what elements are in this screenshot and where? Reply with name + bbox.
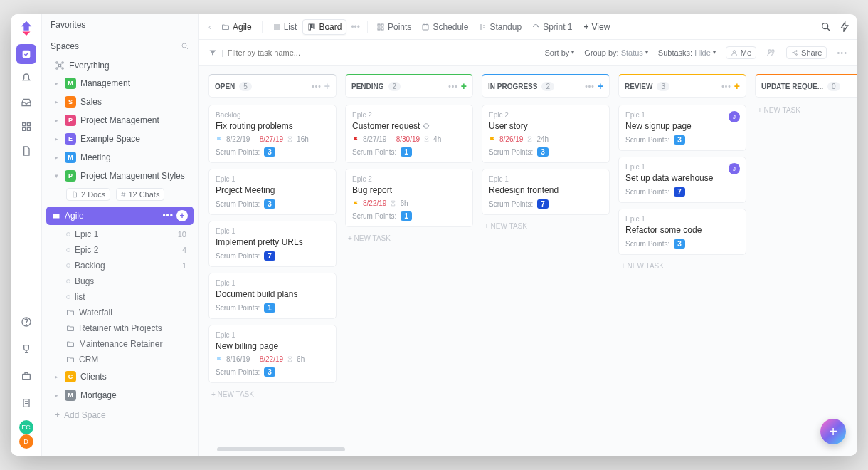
- view-more-icon[interactable]: •••: [348, 22, 363, 32]
- rail-trophy-icon[interactable]: [16, 339, 36, 359]
- svg-point-12: [62, 62, 63, 63]
- share-button[interactable]: Share: [786, 46, 827, 59]
- space-item[interactable]: ▾PProject Management Styles: [42, 167, 198, 185]
- agile-folder[interactable]: Agile ••• +: [46, 207, 194, 225]
- group-by-button[interactable]: Group by: Status ▾: [584, 48, 648, 57]
- chevron-icon: ▸: [55, 117, 60, 124]
- user-avatar[interactable]: D: [19, 434, 33, 449]
- collapse-sidebar-icon[interactable]: ‹: [206, 22, 214, 32]
- column-add-icon[interactable]: +: [734, 80, 740, 92]
- new-task-button[interactable]: + NEW TASK: [618, 261, 746, 271]
- space-badge: S: [65, 96, 76, 108]
- task-card[interactable]: Epic 1Refactor some codeScrum Points:3: [618, 209, 746, 255]
- task-card[interactable]: JEpic 1Set up data warehouseScrum Points…: [618, 157, 746, 203]
- list-item[interactable]: Backlog1: [66, 258, 198, 273]
- task-card[interactable]: Epic 1New billing page8/16/19-8/22/196hS…: [208, 325, 337, 383]
- duration: 4h: [433, 135, 441, 143]
- sidebar: Favorites Spaces Everything ▸MManagement…: [42, 14, 199, 456]
- folder-item[interactable]: CRM: [42, 352, 198, 367]
- automation-icon[interactable]: [839, 21, 850, 33]
- breadcrumb-agile[interactable]: Agile: [217, 20, 256, 34]
- assignee-avatar[interactable]: J: [729, 163, 740, 174]
- view-tab-points[interactable]: Points: [372, 20, 416, 34]
- view-tab-schedule[interactable]: Schedule: [417, 20, 472, 34]
- assignees-icon[interactable]: [766, 48, 776, 58]
- column-add-icon[interactable]: +: [461, 80, 467, 92]
- new-task-button[interactable]: + NEW TASK: [345, 233, 473, 244]
- task-card[interactable]: Epic 1Redesign frontendScrum Points:7: [482, 169, 610, 215]
- chats-chip[interactable]: #12 Chats: [116, 188, 164, 201]
- add-space-button[interactable]: +Add Space: [42, 404, 198, 426]
- search-icon[interactable]: [820, 21, 832, 33]
- agile-label: Agile: [65, 211, 84, 221]
- view-tab-board[interactable]: Board: [302, 19, 346, 35]
- column-count: 0: [827, 82, 840, 91]
- column-add-icon[interactable]: +: [598, 80, 603, 92]
- list-item[interactable]: Epic 110: [66, 226, 198, 242]
- column-more-icon[interactable]: •••: [312, 83, 322, 90]
- task-card[interactable]: Epic 2Bug report8/22/196hScrum Points:1: [345, 169, 473, 227]
- add-view-button[interactable]: +View: [580, 20, 615, 34]
- column-add-icon[interactable]: +: [324, 80, 330, 92]
- docs-chip[interactable]: 2 Docs: [66, 188, 110, 201]
- folder-item[interactable]: Retainer with Projects: [42, 320, 198, 336]
- list-item[interactable]: list: [66, 289, 198, 305]
- column-more-icon[interactable]: •••: [585, 83, 595, 90]
- favorites-header[interactable]: Favorites: [42, 14, 198, 36]
- filter-icon[interactable]: [208, 48, 217, 57]
- task-card[interactable]: Epic 1Project MeetingScrum Points:3: [208, 169, 337, 215]
- rail-help-icon[interactable]: [16, 312, 36, 332]
- list-item[interactable]: Epic 24: [66, 242, 198, 258]
- rail-briefcase-icon[interactable]: [16, 366, 36, 386]
- task-card[interactable]: BacklogFix routing problems8/22/19-8/27/…: [208, 105, 337, 163]
- me-button[interactable]: Me: [726, 46, 756, 59]
- rail-clipboard-icon[interactable]: [16, 393, 36, 413]
- space-item[interactable]: ▸PProject Management: [42, 111, 198, 130]
- new-task-button[interactable]: + NEW TASK: [208, 389, 337, 400]
- board-column: PENDING2•••+Epic 2Customer request8/27/1…: [345, 74, 473, 447]
- list-item[interactable]: Bugs: [66, 273, 198, 289]
- add-icon[interactable]: +: [176, 210, 188, 221]
- view-tab-standup[interactable]: Standup: [474, 20, 526, 34]
- space-label: Clients: [80, 372, 107, 382]
- filter-input[interactable]: [228, 48, 327, 57]
- quick-create-button[interactable]: +: [820, 419, 846, 444]
- task-card[interactable]: Epic 1Implement pretty URLsScrum Points:…: [208, 221, 337, 267]
- search-icon[interactable]: [181, 42, 189, 51]
- assignee-avatar[interactable]: J: [729, 111, 740, 122]
- user-avatar[interactable]: EC: [19, 420, 33, 434]
- chevron-icon: ▸: [55, 154, 60, 161]
- column-more-icon[interactable]: •••: [721, 83, 731, 90]
- folder-item[interactable]: Maintenance Retainer: [42, 336, 198, 352]
- everything-item[interactable]: Everything: [42, 57, 198, 74]
- list-count: 4: [182, 246, 191, 254]
- rail-inbox-icon[interactable]: [16, 93, 36, 113]
- more-icon[interactable]: •••: [837, 48, 847, 57]
- space-item[interactable]: ▸MMortgage: [42, 386, 198, 404]
- column-more-icon[interactable]: •••: [448, 83, 458, 90]
- horizontal-scrollbar[interactable]: [217, 447, 345, 451]
- space-item[interactable]: ▸CClients: [42, 367, 198, 386]
- view-tab-list[interactable]: List: [268, 20, 302, 34]
- spaces-header[interactable]: Spaces: [42, 36, 198, 57]
- space-item[interactable]: ▸SSales: [42, 93, 198, 111]
- task-card[interactable]: Epic 2Customer request8/27/19-8/30/194hS…: [345, 105, 473, 163]
- space-item[interactable]: ▸EExample Space: [42, 130, 198, 148]
- rail-notifications-icon[interactable]: [16, 68, 36, 88]
- new-task-button[interactable]: + NEW TASK: [482, 221, 610, 231]
- more-icon[interactable]: •••: [162, 211, 174, 221]
- rail-docs-icon[interactable]: [16, 141, 36, 161]
- svg-rect-0: [22, 51, 30, 58]
- task-card[interactable]: Epic 2User story8/26/1924hScrum Points:3: [482, 105, 610, 163]
- space-item[interactable]: ▸MManagement: [42, 74, 198, 93]
- new-task-button[interactable]: + NEW TASK: [755, 105, 857, 115]
- rail-tasks-icon[interactable]: [16, 44, 36, 64]
- view-tab-sprint-1[interactable]: Sprint 1: [527, 20, 576, 34]
- task-card[interactable]: Epic 1Document build plansScrum Points:1: [208, 273, 337, 319]
- sort-by-button[interactable]: Sort by ▾: [545, 48, 575, 57]
- space-item[interactable]: ▸MMeeting: [42, 148, 198, 167]
- folder-item[interactable]: Waterfall: [42, 305, 198, 320]
- task-card[interactable]: JEpic 1New signup pageScrum Points:3: [618, 105, 746, 151]
- subtasks-button[interactable]: Subtasks: Hide ▾: [658, 48, 716, 57]
- rail-apps-icon[interactable]: [16, 117, 36, 137]
